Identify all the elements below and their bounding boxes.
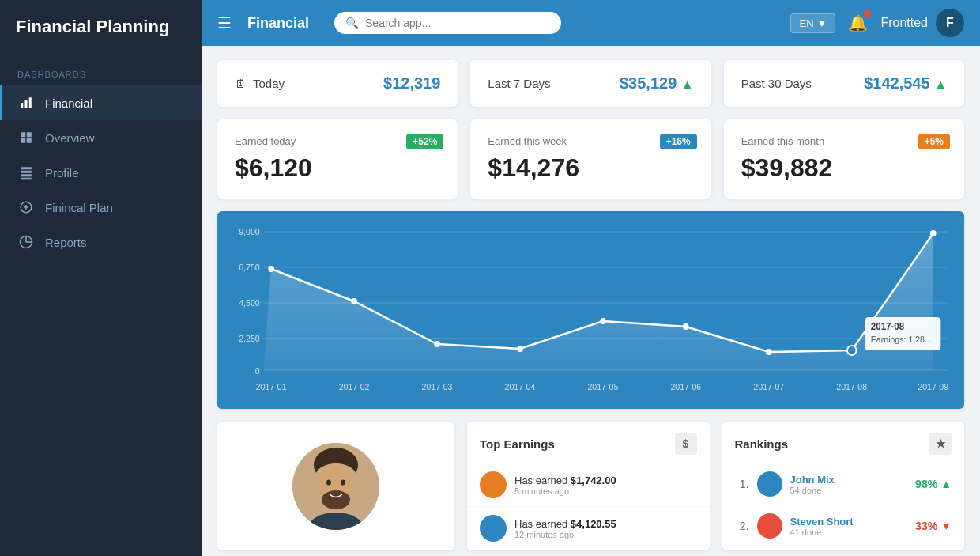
earned-month-badge: +5% [918,134,950,149]
plus-circle-icon [18,199,34,215]
svg-rect-1 [25,100,28,108]
sidebar-item-reports[interactable]: Reports [0,225,202,259]
search-icon: 🔍 [345,17,359,29]
stat-card-7days: Last 7 Days $35,129 ▲ [470,60,710,107]
bar-chart-icon [18,95,34,111]
bottom-row: Top Earnings $ Has earned $1,742.00 5 mi… [217,422,964,550]
svg-text:9,000: 9,000 [239,227,259,236]
earning-info-2: Has earned $4,120.55 12 minutes ago [514,518,697,539]
earning-name-1: Has earned $1,742.00 [514,475,697,486]
chart-point-3 [517,346,523,352]
svg-text:2017-06: 2017-06 [670,382,701,391]
stat-30days-label: Past 30 Days [741,77,812,90]
stat-today-value: $12,319 [383,74,440,93]
rankings-title: Rankings [735,437,789,451]
username-label: Frontted [880,16,928,30]
search-input[interactable] [365,17,550,29]
sidebar-item-reports-label: Reports [45,236,87,249]
dollar-icon: $ [675,433,697,455]
ranking-item-2: 2. Steven Short 41 done 33% ▼ [722,505,965,547]
rank-pct-2: 33% ▼ [915,520,952,532]
top-earnings-card: Top Earnings $ Has earned $1,742.00 5 mi… [467,422,710,550]
rankings-card: Rankings ★ 1. John Mix 54 done 98% ▲ [722,422,965,550]
chart-point-1 [351,298,357,304]
pie-chart-icon [18,234,34,250]
svg-rect-6 [27,138,32,143]
rank-pct-1: 98% ▲ [915,478,952,490]
language-selector[interactable]: EN ▼ [790,13,835,33]
chart-point-2 [434,341,440,347]
rank-up-icon-1: ▲ [940,478,952,490]
svg-rect-7 [21,167,32,169]
content-area: 🗓 Today $12,319 Last 7 Days $35,129 ▲ Pa… [202,46,980,556]
svg-text:2017-08: 2017-08 [836,382,867,391]
main-content: ☰ Financial 🔍 EN ▼ 🔔 Frontted F 🗓 Today [202,0,980,556]
svg-rect-5 [21,138,25,143]
earned-today-badge: +52% [406,134,443,149]
rankings-header: Rankings ★ [722,422,965,463]
svg-text:Earnings: 1,28...: Earnings: 1,28... [871,335,932,344]
ranking-item-1: 1. John Mix 54 done 98% ▲ [722,463,965,505]
svg-point-41 [341,479,345,485]
earning-avatar-2 [480,515,507,542]
sidebar-item-overview[interactable]: Overview [0,120,202,155]
sidebar-item-profile[interactable]: Profile [0,155,202,190]
app-title: Financial Planning [0,0,202,55]
rank-done-2: 41 done [790,528,908,537]
stats-row: 🗓 Today $12,319 Last 7 Days $35,129 ▲ Pa… [217,60,964,107]
earning-info-1: Has earned $1,742.00 5 minutes ago [514,475,697,496]
sidebar-section-label: Dashboards [0,55,202,85]
chart-point-8 [930,230,937,236]
top-earnings-title: Top Earnings [480,437,555,451]
earned-month-label: Earned this month [741,135,947,147]
avatar: F [936,9,964,37]
header-title: Financial [247,15,309,32]
search-bar[interactable]: 🔍 [334,12,561,34]
svg-text:2017-04: 2017-04 [505,382,536,391]
grid-icon [18,130,34,146]
sidebar-item-profile-label: Profile [45,166,79,180]
rank-avatar-1 [757,471,782,497]
earned-month-card: Earned this month $39,882 +5% [724,119,964,199]
chart-point-4 [600,318,606,324]
earned-today-value: $6,120 [235,153,440,183]
svg-text:2017-08: 2017-08 [871,321,905,331]
svg-rect-0 [21,103,23,108]
trend-up-icon-2: ▲ [934,78,947,91]
svg-text:6,750: 6,750 [239,263,259,272]
svg-text:2017-01: 2017-01 [256,382,287,391]
svg-text:2017-09: 2017-09 [918,382,948,391]
star-icon: ★ [929,433,952,455]
chart-point-0 [268,266,274,272]
svg-point-40 [326,479,331,485]
stat-30days-value: $142,545 ▲ [864,74,947,93]
trend-up-icon: ▲ [681,78,694,91]
svg-text:0: 0 [255,366,260,376]
header: ☰ Financial 🔍 EN ▼ 🔔 Frontted F [202,0,980,46]
svg-text:2017-07: 2017-07 [753,382,784,391]
rank-avatar-2 [757,513,782,539]
svg-rect-10 [21,178,32,180]
profile-avatar [292,443,379,530]
rank-num-2: 2. [735,520,749,532]
earning-time-2: 12 minutes ago [514,530,697,539]
rank-down-icon-2: ▼ [940,520,952,532]
table-icon [18,165,34,180]
svg-text:4,500: 4,500 [239,298,259,308]
sidebar-item-financial-plan[interactable]: Finincal Plan [0,190,202,225]
profile-card [217,422,454,550]
earning-item-1: Has earned $1,742.00 5 minutes ago [467,463,710,507]
svg-text:2017-03: 2017-03 [422,382,453,391]
notification-badge [864,10,871,17]
earning-time-1: 5 minutes ago [514,486,697,496]
earned-row: Earned today $6,120 +52% Earned this wee… [217,119,964,199]
sidebar-item-financial[interactable]: Financial [0,85,202,120]
svg-rect-8 [21,171,32,173]
earning-avatar-1 [480,471,507,498]
notification-area: 🔔 [848,13,868,32]
user-menu[interactable]: Frontted F [880,9,964,37]
svg-rect-4 [27,132,32,137]
sidebar-item-financial-label: Financial [45,96,92,110]
menu-icon[interactable]: ☰ [217,13,232,32]
chart-area [264,233,933,370]
